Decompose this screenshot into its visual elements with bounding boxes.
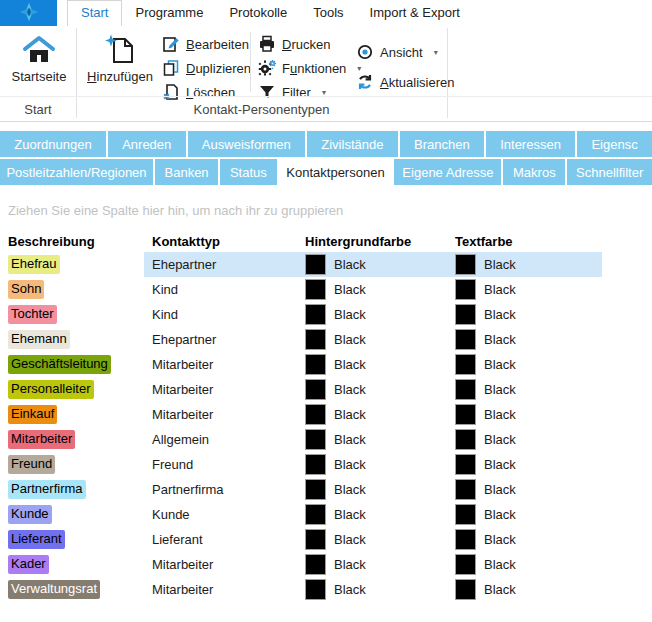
background-color-name: Black	[334, 482, 366, 497]
table-row[interactable]: Personalleiter Mitarbeiter Black Black	[0, 377, 602, 402]
text-color-name: Black	[484, 457, 516, 472]
text-color-name: Black	[484, 382, 516, 397]
hintergrundfarbe-cell: Black	[297, 527, 447, 552]
hintergrundfarbe-cell: Black	[297, 277, 447, 302]
text-color-swatch	[455, 354, 476, 375]
add-document-icon	[103, 31, 137, 69]
beschreibung-cell: Kader	[0, 552, 144, 577]
subtab[interactable]: Ausweisformen	[188, 131, 305, 157]
background-color-name: Black	[334, 257, 366, 272]
subtab[interactable]: Banken	[155, 159, 218, 185]
app-logo-icon	[18, 1, 40, 26]
text-color-name: Black	[484, 332, 516, 347]
subtab[interactable]: Zuordnungen	[0, 131, 106, 157]
subtab-row-1: Zuordnungen Anreden Ausweisformen Zivils…	[0, 131, 652, 157]
menu-tab[interactable]: Import & Export	[357, 0, 473, 26]
menubar: Start Programme Protokolle Tools Import …	[0, 0, 652, 27]
groupby-hint[interactable]: Ziehen Sie eine Spalte hier hin, um nach…	[8, 203, 343, 218]
text-color-name: Black	[484, 432, 516, 447]
beschreibung-chip: Kader	[8, 555, 49, 574]
aktualisieren-button[interactable]: Aktualisieren	[356, 71, 454, 93]
table-row[interactable]: Geschäftsleitung Mitarbeiter Black Black	[0, 352, 602, 377]
subtab[interactable]: Anreden	[108, 131, 186, 157]
table-row[interactable]: Tochter Kind Black Black	[0, 302, 602, 327]
row-highlight-area: Mitarbeiter Black Black	[144, 577, 602, 602]
textfarbe-cell: Black	[447, 327, 602, 352]
subtab[interactable]: Interessen	[486, 131, 575, 157]
text-color-swatch	[455, 279, 476, 300]
table-row[interactable]: Verwaltungsrat Mitarbeiter Black Black	[0, 577, 602, 602]
menu-tab[interactable]: Start	[67, 0, 122, 27]
kontakttyp-cell: Allgemein	[144, 427, 297, 452]
text-color-name: Black	[484, 357, 516, 372]
bearbeiten-button[interactable]: Bearbeiten	[162, 33, 249, 55]
beschreibung-chip: Kunde	[8, 505, 52, 524]
group-label-kontakt-personentypen: Kontakt-Personentypen	[76, 97, 447, 121]
table-row[interactable]: Mitarbeiter Allgemein Black Black	[0, 427, 602, 452]
drucken-label: Drucken	[282, 37, 330, 52]
printer-icon	[258, 35, 276, 53]
hinzufuegen-button[interactable]: Hinzufügen	[82, 31, 158, 95]
header-kontakttyp[interactable]: Kontakttyp	[144, 231, 297, 252]
dropdown-arrow-icon[interactable]: ▾	[434, 48, 438, 57]
table-row[interactable]: Lieferant Lieferant Black Black	[0, 527, 602, 552]
row-highlight-area: Mitarbeiter Black Black	[144, 402, 602, 427]
table-row[interactable]: Ehefrau Ehepartner Black Black	[0, 252, 602, 277]
subtab[interactable]: Kontaktpersonen	[279, 159, 393, 185]
table-row[interactable]: Ehemann Ehepartner Black Black	[0, 327, 602, 352]
startseite-button[interactable]: Startseite	[4, 31, 74, 95]
kontakttyp-cell: Freund	[144, 452, 297, 477]
textfarbe-cell: Black	[447, 427, 602, 452]
subtab[interactable]: Eigensc	[577, 131, 652, 157]
background-color-swatch	[305, 254, 326, 275]
funktionen-button[interactable]: Funktionen ▾	[258, 57, 361, 79]
app-logo-button[interactable]	[0, 0, 57, 26]
kontakttyp-cell: Kind	[144, 277, 297, 302]
row-highlight-area: Partnerfirma Black Black	[144, 477, 602, 502]
textfarbe-cell: Black	[447, 402, 602, 427]
header-hintergrundfarbe[interactable]: Hintergrundfarbe	[297, 231, 447, 252]
text-color-name: Black	[484, 507, 516, 522]
text-color-name: Black	[484, 482, 516, 497]
subtab[interactable]: Eigene Adresse	[394, 159, 501, 185]
ansicht-button[interactable]: Ansicht ▾	[356, 41, 438, 63]
beschreibung-chip: Ehemann	[8, 330, 70, 349]
table-row[interactable]: Kader Mitarbeiter Black Black	[0, 552, 602, 577]
beschreibung-chip: Ehefrau	[8, 255, 60, 274]
table-row[interactable]: Kunde Kunde Black Black	[0, 502, 602, 527]
kontakttyp-cell: Mitarbeiter	[144, 377, 297, 402]
table-row[interactable]: Sohn Kind Black Black	[0, 277, 602, 302]
text-color-name: Black	[484, 557, 516, 572]
background-color-name: Black	[334, 407, 366, 422]
header-textfarbe[interactable]: Textfarbe	[447, 231, 602, 252]
subtab[interactable]: Postleitzahlen/Regionen	[0, 159, 153, 185]
table-row[interactable]: Freund Freund Black Black	[0, 452, 602, 477]
text-color-swatch	[455, 504, 476, 525]
subtab[interactable]: Schnellfilter	[567, 159, 652, 185]
group-label-start: Start	[0, 97, 76, 121]
beschreibung-cell: Verwaltungsrat	[0, 577, 144, 602]
beschreibung-chip: Mitarbeiter	[8, 430, 75, 449]
subtab[interactable]: Status	[220, 159, 276, 185]
table-row[interactable]: Einkauf Mitarbeiter Black Black	[0, 402, 602, 427]
kontakttyp-cell: Ehepartner	[144, 327, 297, 352]
textfarbe-cell: Black	[447, 527, 602, 552]
subtab[interactable]: Branchen	[400, 131, 484, 157]
textfarbe-cell: Black	[447, 302, 602, 327]
background-color-name: Black	[334, 307, 366, 322]
menu-tab[interactable]: Protokolle	[216, 0, 300, 26]
subtab[interactable]: Zivilstände	[307, 131, 398, 157]
menu-tab[interactable]: Programme	[122, 0, 216, 26]
edit-icon	[162, 35, 180, 53]
background-color-swatch	[305, 379, 326, 400]
beschreibung-chip: Personalleiter	[8, 380, 94, 399]
drucken-button[interactable]: Drucken	[258, 33, 330, 55]
hintergrundfarbe-cell: Black	[297, 502, 447, 527]
table-row[interactable]: Partnerfirma Partnerfirma Black Black	[0, 477, 602, 502]
duplizieren-button[interactable]: Duplizieren	[162, 57, 251, 79]
subtab[interactable]: Makros	[503, 159, 565, 185]
row-highlight-area: Lieferant Black Black	[144, 527, 602, 552]
menu-tab[interactable]: Tools	[300, 0, 356, 26]
header-beschreibung[interactable]: Beschreibung	[0, 231, 144, 252]
beschreibung-cell: Mitarbeiter	[0, 427, 144, 452]
